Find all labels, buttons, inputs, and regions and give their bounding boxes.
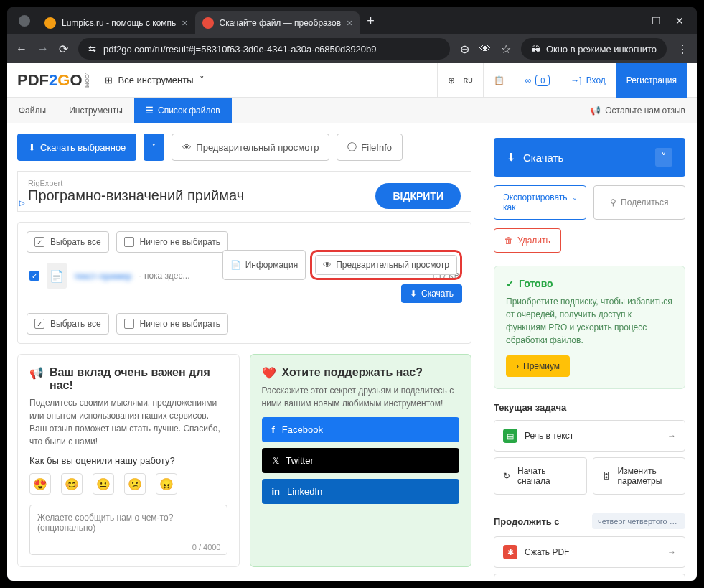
language-button[interactable]: ⊕ RU bbox=[437, 63, 483, 98]
continue-tag[interactable]: четверг четвертого - пока з... bbox=[592, 513, 685, 529]
logo[interactable]: PDF 2 G O .COM bbox=[17, 71, 90, 90]
menu-icon[interactable]: ⋮ bbox=[677, 42, 688, 56]
register-button[interactable]: Регистрация bbox=[616, 63, 687, 98]
infinity-icon: ∞ bbox=[525, 75, 532, 85]
linkedin-share-button[interactable]: in LinkedIn bbox=[262, 479, 460, 504]
subnav-tools[interactable]: Инструменты bbox=[57, 98, 134, 123]
chevron-right-icon: › bbox=[516, 361, 519, 371]
sliders-icon: 🎛 bbox=[602, 471, 611, 481]
tab-favicon-icon bbox=[44, 17, 56, 29]
browser-tab-1[interactable]: Скачайте файл — преобразов × bbox=[195, 11, 360, 34]
rating-question: Как бы вы оценили нашу работу? bbox=[29, 455, 227, 466]
credits-count: 0 bbox=[535, 75, 550, 86]
chevron-down-icon: ˅ bbox=[151, 142, 156, 153]
stt-option[interactable]: ▤ Речь в текст → bbox=[494, 420, 685, 452]
delete-button[interactable]: 🗑 Удалить bbox=[494, 228, 561, 253]
close-icon[interactable]: × bbox=[347, 17, 352, 29]
premium-button[interactable]: › Премиум bbox=[506, 355, 570, 377]
login-button[interactable]: →] Вход bbox=[560, 63, 616, 98]
zoom-icon[interactable]: ⊖ bbox=[460, 42, 469, 56]
emoji-neutral[interactable]: 😐 bbox=[93, 473, 114, 495]
file-checkbox[interactable]: ✓ bbox=[29, 271, 39, 281]
export-button[interactable]: Экспортировать как ˅ bbox=[494, 185, 586, 220]
all-tools-dropdown[interactable]: ⊞ Все инструменты ˅ bbox=[105, 75, 205, 85]
facebook-icon: f bbox=[272, 424, 275, 435]
back-button[interactable]: ← bbox=[16, 42, 27, 55]
char-count: 0 / 4000 bbox=[192, 543, 221, 551]
preview-button[interactable]: 👁 Предварительный просмотр bbox=[172, 134, 329, 161]
lang-label: RU bbox=[464, 77, 473, 84]
fileinfo-button[interactable]: ⓘ FileInfo bbox=[337, 134, 403, 161]
credits-button[interactable]: ∞ 0 bbox=[515, 63, 560, 98]
select-none-button[interactable]: Ничего не выбирать bbox=[116, 231, 228, 253]
chevron-down-icon: ˅ bbox=[573, 197, 577, 207]
emoji-happy[interactable]: 😊 bbox=[61, 473, 83, 495]
check-icon: ✓ bbox=[506, 278, 515, 289]
subnav: Файлы Инструменты ☰ Список файлов 📢 Оста… bbox=[7, 98, 697, 123]
download-selected-button[interactable]: ⬇ Скачать выбранное bbox=[17, 134, 136, 161]
empty-check-icon bbox=[124, 319, 134, 329]
window-menu-icon[interactable] bbox=[19, 15, 30, 27]
emoji-love[interactable]: 😍 bbox=[29, 473, 51, 495]
incognito-badge[interactable]: 🕶 Окно в режиме инкогнито bbox=[521, 38, 667, 60]
chevron-down-icon[interactable]: ˅ bbox=[655, 148, 672, 167]
restart-option[interactable]: ↻ Начать сначала bbox=[494, 457, 587, 495]
download-selected-dropdown[interactable]: ˅ bbox=[144, 134, 164, 161]
ad-arrow-icon: ▷ bbox=[19, 199, 25, 207]
subnav-files[interactable]: Файлы bbox=[7, 98, 57, 123]
ready-text: Приобретите подписку, чтобы избавиться о… bbox=[506, 295, 673, 347]
download-icon: ⬇ bbox=[410, 289, 417, 299]
forward-button[interactable]: → bbox=[37, 42, 49, 55]
site-info-icon[interactable]: ⇆ bbox=[88, 44, 96, 55]
emoji-angry[interactable]: 😠 bbox=[156, 473, 177, 495]
subnav-feedback[interactable]: 📢 Оставьте нам отзыв bbox=[578, 98, 697, 123]
new-tab-button[interactable]: + bbox=[367, 14, 375, 29]
emoji-sad[interactable]: 😕 bbox=[124, 473, 146, 495]
feedback-title: Ваш вклад очень важен для нас! bbox=[50, 366, 227, 392]
file-download-button[interactable]: ⬇ Скачать bbox=[401, 284, 462, 303]
select-all-button-bottom[interactable]: ✓ Выбрать все bbox=[27, 313, 109, 335]
sidebar-download-button[interactable]: ⬇ Скачать ˅ bbox=[494, 138, 685, 177]
file-info-button[interactable]: 📄 Информация bbox=[222, 250, 306, 280]
file-preview-button[interactable]: 👁 Предварительный просмотр bbox=[315, 255, 457, 275]
ad-banner[interactable]: RigExpert Програмно-визначений приймач В… bbox=[17, 171, 471, 212]
ad-open-button[interactable]: ВІДКРИТИ bbox=[375, 183, 461, 209]
twitter-share-button[interactable]: 𝕏 Twitter bbox=[262, 448, 460, 473]
edit-option[interactable]: ✎ Редактировать PDF → bbox=[494, 574, 685, 581]
subnav-filelist[interactable]: ☰ Список файлов bbox=[134, 98, 232, 123]
tab-favicon-icon bbox=[202, 17, 214, 29]
select-none-button-bottom[interactable]: Ничего не выбирать bbox=[116, 313, 228, 335]
close-button[interactable]: ✕ bbox=[675, 15, 684, 27]
feedback-card: 📢 Ваш вклад очень важен для нас! Поделит… bbox=[17, 354, 240, 567]
file-name[interactable]: текст-пример bbox=[74, 271, 132, 281]
login-icon: →] bbox=[571, 75, 581, 85]
maximize-button[interactable]: ☐ bbox=[652, 15, 661, 27]
close-icon[interactable]: × bbox=[182, 17, 187, 29]
trash-icon: 🗑 bbox=[504, 235, 513, 246]
tab-title: Скачайте файл — преобразов bbox=[220, 18, 342, 28]
url-input[interactable]: ⇆ pdf2go.com/ru/result#j=58310f63-3d0e-4… bbox=[78, 38, 450, 60]
file-suffix: - пока здес... bbox=[139, 271, 190, 281]
globe-icon: ⊕ bbox=[448, 75, 455, 85]
browser-tab-0[interactable]: Lumpics.ru - помощь с компь × bbox=[37, 11, 195, 34]
minimize-button[interactable]: — bbox=[627, 15, 637, 27]
incognito-icon: 🕶 bbox=[531, 44, 540, 55]
feedback-placeholder: Желаете сообщить нам о чем-то? (опционал… bbox=[37, 513, 173, 533]
info-icon: ⓘ bbox=[347, 141, 357, 154]
download-icon: ⬇ bbox=[507, 151, 516, 164]
heart-icon: ❤️ bbox=[262, 366, 276, 380]
feedback-textarea[interactable]: Желаете сообщить нам о чем-то? (опционал… bbox=[29, 505, 227, 555]
url-text: pdf2go.com/ru/result#j=58310f63-3d0e-434… bbox=[103, 44, 377, 55]
download-icon: ⬇ bbox=[28, 142, 36, 153]
reload-button[interactable]: ⟳ bbox=[59, 42, 68, 56]
empty-check-icon bbox=[124, 237, 134, 247]
change-params-option[interactable]: 🎛 Изменить параметры bbox=[593, 457, 686, 495]
clipboard-button[interactable]: 📋 bbox=[483, 63, 515, 98]
share-button[interactable]: ⚲ Поделиться bbox=[593, 185, 686, 220]
facebook-share-button[interactable]: f Facebook bbox=[262, 417, 460, 442]
eye-off-icon[interactable]: 👁 bbox=[479, 42, 491, 55]
bookmark-icon[interactable]: ☆ bbox=[501, 42, 511, 56]
select-all-button[interactable]: ✓ Выбрать все bbox=[27, 231, 109, 253]
arrow-right-icon: → bbox=[667, 547, 676, 557]
compress-option[interactable]: ✱ Сжать PDF → bbox=[494, 536, 685, 568]
